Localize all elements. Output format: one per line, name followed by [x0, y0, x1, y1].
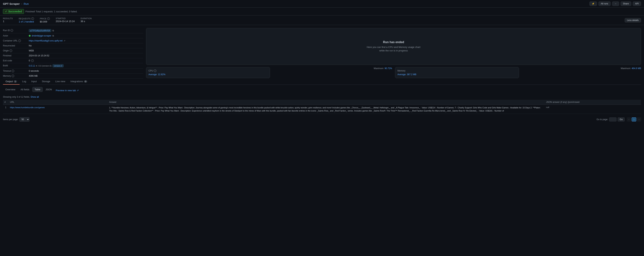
stat-results: RESULTS 1 [3, 17, 13, 23]
arrow-icon[interactable]: → [612, 1, 619, 6]
lightning-button[interactable]: ⚡ [590, 1, 597, 6]
right-panel: Run has ended Here you can find a CPU an… [146, 28, 641, 78]
timeout-value: 0 seconds [29, 70, 143, 72]
cpu-panel: CPU i Average: 12.82% [146, 67, 270, 78]
external-link-icon: ↗ [77, 89, 79, 92]
mem-avg: Average: 367.2 MB [398, 73, 516, 76]
build-tag: version-0 [52, 64, 64, 67]
stat-requests: REQUESTS i 1 of 1 handled [19, 17, 34, 23]
stats-row: RESULTS 1 REQUESTS i 1 of 1 handled PRIC… [0, 15, 644, 25]
col-answer: Answer [108, 100, 544, 105]
actor-row: Actor drobnikj/gpt-scraper ⧉ [3, 33, 143, 38]
less-details-button[interactable]: Less details [625, 18, 641, 22]
table-row: 1 https://www.humblebundle.com/games 1. … [3, 105, 641, 114]
next-page-button[interactable]: › [637, 117, 641, 121]
sub-tab-table[interactable]: Table [32, 87, 43, 92]
show-all-link[interactable]: Show all [30, 96, 39, 98]
copy-run-id-icon[interactable]: ⧉ [52, 29, 54, 32]
memory-row: Memory i 4096 MB [3, 73, 143, 78]
container-url-info-icon: i [18, 39, 21, 42]
app-name: GPT Scraper - Run [3, 2, 29, 5]
row-url-link[interactable]: https://www.humblebundle.com/games [10, 106, 45, 109]
share-button[interactable]: Share [620, 1, 631, 6]
copy-actor-icon[interactable]: ⧉ [52, 34, 54, 37]
sub-tabs: Overview All fields Table JSON [3, 87, 54, 92]
actor-status-dot [29, 35, 30, 37]
tab-integrations[interactable]: Integrations 0 [68, 78, 90, 85]
row-json: null [544, 105, 641, 114]
tab-log[interactable]: Log [20, 78, 29, 85]
stat-duration: DURATION 36 s [80, 17, 92, 23]
actor-link[interactable]: drobnikj/gpt-scraper [32, 34, 51, 37]
tab-storage[interactable]: Storage [39, 78, 53, 85]
started-value: 2024-03-14 15:24 [56, 20, 75, 23]
breadcrumb: GPT Scraper - Run [3, 2, 29, 5]
tab-output[interactable]: Output 1 [3, 78, 20, 85]
sub-tab-json[interactable]: JSON [43, 87, 54, 92]
sub-tabs-row: Overview All fields Table JSON Preview i… [3, 87, 641, 94]
tab-live-view[interactable]: Live view [53, 78, 68, 85]
go-to-page: Go to page: Go [596, 117, 625, 121]
build-row: Build 0.0.11 ⑆ 0.0 (version-0) version-0 [3, 63, 143, 69]
prev-page-button[interactable]: ‹ [627, 117, 631, 121]
left-panel: Run ID i q7TFGd5p1f1c89VG8 ⧉ Actor drobn… [3, 28, 143, 78]
col-url: URL [8, 100, 108, 105]
exit-code-info-icon: i [31, 59, 34, 62]
duration-value: 36 s [80, 20, 92, 23]
exit-code-value: 0 [29, 59, 30, 62]
build-version: 0.0 (version-0) [38, 65, 52, 67]
chart-subtitle: Here you can find a CPU and Memory usage… [367, 45, 420, 52]
origin-value: WEB [29, 49, 143, 52]
chart-title: Run has ended [383, 40, 404, 44]
requests-info-icon: i [31, 17, 34, 20]
status-badge: ✓ Succeeded [3, 9, 24, 14]
sub-tab-overview[interactable]: Overview [3, 87, 18, 92]
cpu-avg: Average: 12.82% [148, 73, 268, 76]
cpu-mem-row: CPU i Average: 12.82% Maximum: 90.72% Me… [146, 67, 641, 78]
go-to-page-input[interactable] [609, 117, 616, 121]
api-button[interactable]: API [633, 1, 641, 6]
tab-input[interactable]: Input [29, 78, 39, 85]
status-message: Finished! Total 1 requests: 1 succeeded,… [26, 10, 78, 13]
table-header-row: # URL Answer JSON answer (if any) /jsonA… [3, 100, 641, 105]
col-json: JSON answer (if any) /jsonAnswer [544, 100, 641, 105]
build-link[interactable]: 0.0.11 [29, 64, 35, 67]
top-bar-actions: ⚡ All runs → Share API [590, 1, 641, 6]
row-num: 1 [3, 105, 8, 114]
lightning-icon: ⚡ [592, 2, 594, 5]
preview-new-tab-link[interactable]: Preview in new tab ↗ [56, 89, 79, 92]
go-button[interactable]: Go [618, 117, 625, 121]
finished-value: 2024-03-14 15:24:52 [29, 54, 143, 57]
container-url-row: Container URL i https://ntamf6zadqgf.run… [3, 38, 143, 43]
row-url: https://www.humblebundle.com/games [8, 105, 108, 114]
origin-info-icon: i [10, 49, 12, 52]
build-version-icon: ⑆ [36, 65, 37, 67]
exit-code-row: Exit code 0 i [3, 58, 143, 63]
price-info-icon: i [47, 17, 50, 20]
cpu-info-icon: i [154, 69, 156, 72]
all-runs-button[interactable]: All runs [598, 1, 610, 6]
container-url-link[interactable]: https://ntamf6zadqgf.runs.apify.net [29, 39, 62, 42]
pagination-row: Items per page: 50 25 100 Go to page: Go… [3, 115, 641, 123]
origin-row: Origin i WEB [3, 48, 143, 53]
stat-price: PRICE i $0.009 [40, 17, 50, 23]
finished-row: Finished 2024-03-14 15:24:52 [3, 53, 143, 58]
chart-container: Run has ended Here you can find a CPU an… [146, 28, 641, 65]
items-per-page-select[interactable]: 50 25 100 [19, 117, 30, 122]
resurrected-row: Resurrected No [3, 43, 143, 48]
stat-started: STARTED 2024-03-14 15:24 [56, 17, 75, 23]
top-bar: GPT Scraper - Run ⚡ All runs → Share API [0, 0, 644, 7]
sub-tab-all-fields[interactable]: All fields [18, 87, 32, 92]
row-answer: 1. **Humble Heroines: Action, Adventure,… [108, 105, 544, 114]
page-1-button[interactable]: 1 [632, 117, 636, 121]
price-value: $0.009 [40, 20, 50, 23]
run-id-row: Run ID i q7TFGd5p1f1c89VG8 ⧉ [3, 28, 143, 33]
items-per-page: Items per page: 50 25 100 [3, 117, 30, 122]
main-content: Run ID i q7TFGd5p1f1c89VG8 ⧉ Actor drobn… [0, 25, 644, 78]
timeout-row: Timeout i 0 seconds [3, 69, 143, 73]
timeout-info-icon: i [12, 70, 14, 72]
run-id-info-icon: i [10, 29, 13, 32]
mem-max: Maximum: 464.6 MB [621, 67, 641, 70]
info-table: Run ID i q7TFGd5p1f1c89VG8 ⧉ Actor drobn… [3, 28, 143, 78]
memory-info-icon: i [12, 75, 14, 77]
